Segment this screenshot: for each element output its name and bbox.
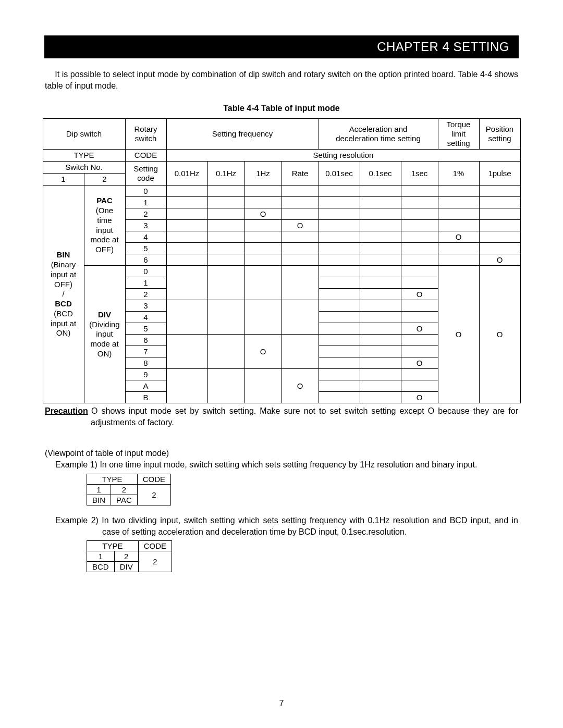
hdr-rotary: Rotary switch (125, 119, 166, 150)
ex2-hdr-code: CODE (138, 541, 172, 551)
hdr-freq: Setting frequency (166, 119, 319, 150)
precaution: Precaution O shows input mode set by swi… (45, 405, 518, 428)
sw1-cell: BIN(Binaryinput atOFF)/BCD(BCDinput atON… (43, 186, 84, 403)
col-0-01hz: 0.01Hz (166, 162, 207, 186)
ex1-hdr-code: CODE (137, 474, 170, 484)
col-1pulse: 1pulse (479, 162, 520, 186)
table-row: DIV(Dividinginputmode atON) 0 O O (43, 266, 520, 277)
intro-paragraph: It is possible to select input mode by c… (45, 69, 518, 91)
hdr-setting-code: Setting code (125, 162, 166, 186)
ex1-hdr-type: TYPE (87, 474, 138, 484)
sw2-div: DIV(Dividinginputmode atON) (84, 266, 125, 403)
hdr-accel: Acceleration and deceleration time setti… (319, 119, 438, 150)
sw2-pac: PAC(Onetimeinputmode atOFF) (84, 186, 125, 266)
hdr-dip: Dip switch (43, 119, 125, 150)
hdr-sw2: 2 (84, 174, 125, 186)
precaution-text: O shows input mode set by switch setting… (91, 406, 518, 427)
example-2-text: In two dividing input, switch setting wh… (102, 516, 518, 536)
ex2-hdr-type: TYPE (87, 541, 139, 551)
chapter-header: CHAPTER 4 SETTING (44, 35, 519, 58)
example-1-text: In one time input mode, switch setting w… (100, 460, 477, 469)
col-0-1sec: 0.1sec (360, 162, 401, 186)
hdr-sw1: 1 (43, 174, 84, 186)
input-mode-table: Dip switch Rotary switch Setting frequen… (43, 118, 521, 403)
chapter-title: CHAPTER 4 SETTING (377, 40, 509, 54)
col-1pct: 1% (438, 162, 479, 186)
col-rate: Rate (282, 162, 319, 186)
col-0-1hz: 0.1Hz (207, 162, 244, 186)
hdr-resolution: Setting resolution (166, 150, 520, 162)
hdr-code: CODE (125, 150, 166, 162)
viewpoint-heading: (Viewpoint of table of input mode) (45, 449, 518, 458)
example-1-lead: Example 1) (55, 460, 97, 469)
example-1: Example 1) In one time input mode, switc… (45, 459, 518, 471)
table-caption: Table 4-4 Table of input mode (31, 104, 532, 113)
example-1-table: TYPE CODE 1 2 2 BIN PAC (87, 474, 171, 505)
table-row: BIN(Binaryinput atOFF)/BCD(BCDinput atON… (43, 186, 520, 197)
code-cell: 0 (125, 186, 166, 197)
col-1hz: 1Hz (244, 162, 282, 186)
col-1sec: 1sec (401, 162, 438, 186)
hdr-torque: Torque limit setting (438, 119, 479, 150)
page-number: 7 (0, 699, 563, 708)
precaution-label: Precaution (45, 405, 88, 417)
example-2-lead: Example 2) (55, 516, 99, 525)
hdr-position: Position setting (479, 119, 520, 150)
example-2-table: TYPE CODE 1 2 2 BCD DIV (87, 540, 172, 572)
example-2: Example 2) In two dividing input, switch… (45, 515, 518, 537)
col-0-01sec: 0.01sec (319, 162, 360, 186)
hdr-switch-no: Switch No. (43, 162, 125, 174)
hdr-type: TYPE (43, 150, 125, 162)
